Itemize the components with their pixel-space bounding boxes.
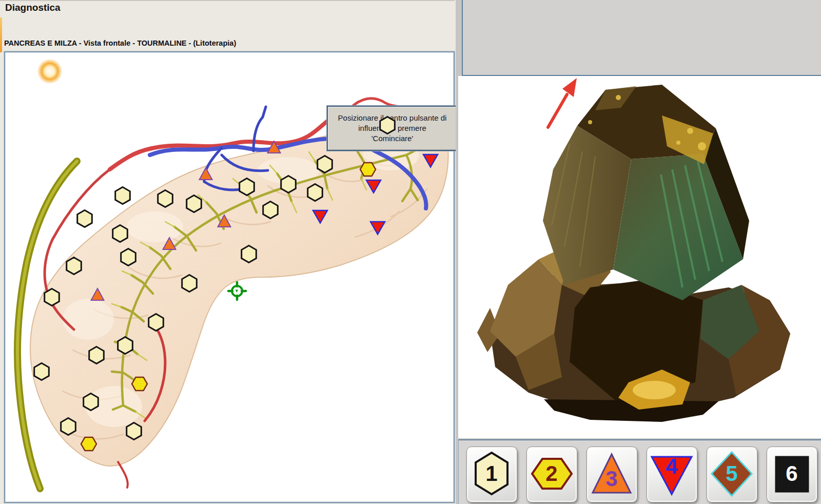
marker-hexagon-1 <box>158 190 173 207</box>
tooltip-line: Posizionare il centro pulsante di <box>338 113 447 123</box>
marker-hexagon-1 <box>61 418 76 435</box>
marker-hexagon-1 <box>187 196 202 212</box>
marker-triangle-3 <box>163 238 176 249</box>
marker-triangle-3 <box>218 215 231 227</box>
marker-hexagon-1 <box>242 246 257 263</box>
marker-hexagon-1 <box>115 187 130 204</box>
legend-number: 6 <box>786 461 797 486</box>
marker-hexagon-1 <box>45 289 60 306</box>
marker-hexagon-1 <box>240 179 255 196</box>
legend-number: 5 <box>726 461 737 486</box>
marker-triangle-3 <box>200 168 212 180</box>
accent-stripe <box>0 17 2 52</box>
legend-button-3[interactable]: 3 <box>587 447 637 502</box>
legend-button-5[interactable]: 5 <box>707 447 757 502</box>
anatomy-canvas[interactable]: Posizionare il centro pulsante di influe… <box>4 51 455 503</box>
marker-hexagon-1 <box>77 210 92 227</box>
pulse-glow-marker <box>34 56 65 87</box>
legend-button-1[interactable]: 1 <box>466 447 517 502</box>
window-top-edge <box>0 0 455 1</box>
marker-hexagon-2 <box>81 437 96 451</box>
marker-hexagon-1 <box>121 249 136 266</box>
legend-shape-triangle-down: 4 <box>647 447 697 502</box>
legend-button-6[interactable]: 6 <box>767 447 817 502</box>
tourmaline-crystal-photo <box>458 76 821 438</box>
therapy-toolbar: Cominciare <box>462 0 821 76</box>
marker-triangle-4 <box>423 154 438 167</box>
instruction-tooltip: Posizionare il centro pulsante di influe… <box>327 106 458 151</box>
marker-hexagon-1 <box>281 176 296 193</box>
marker-hexagon-1 <box>318 156 333 173</box>
marker-hexagon-1 <box>113 225 128 242</box>
marker-hexagon-2 <box>360 163 376 176</box>
legend-number: 4 <box>666 454 678 478</box>
marker-hexagon-1 <box>34 363 49 380</box>
marker-triangle-4 <box>366 180 381 193</box>
legend-number: 1 <box>485 461 497 486</box>
legend-shape-triangle-up: 3 <box>587 447 637 502</box>
tooltip-line: 'Cominciare' <box>372 133 414 144</box>
marker-hexagon-1 <box>84 394 99 411</box>
marker-triangle-3 <box>91 288 104 300</box>
legend-button-2[interactable]: 2 <box>526 447 577 502</box>
marker-hexagon-2 <box>132 377 147 391</box>
tooltip-line: influenza e premere <box>358 123 426 133</box>
marker-hexagon-1 <box>127 423 142 440</box>
page-title: Diagnostica <box>5 2 61 13</box>
legend-button-4[interactable]: 4 <box>647 447 697 502</box>
diagnostica-window: Diagnostica PANCREAS E MILZA - Vista fro… <box>0 0 821 504</box>
annotation-arrow <box>548 78 577 127</box>
legend-shape-square: 6 <box>767 447 817 502</box>
marker-triangle-3 <box>268 141 281 153</box>
marker-triangle-4 <box>313 210 327 223</box>
marker-hexagon-1 <box>67 258 82 275</box>
marker-hexagon-1 <box>118 337 133 354</box>
marker-hexagon-1 <box>149 314 164 331</box>
marker-hexagon-1 <box>308 184 323 201</box>
marker-hexagon-1 <box>182 275 197 292</box>
legend-shape-diamond: 5 <box>707 447 757 502</box>
marker-hexagon-1 <box>263 202 278 219</box>
organ-view-subtitle: PANCREAS E MILZA - Vista frontale - TOUR… <box>4 39 236 47</box>
marker-triangle-4 <box>370 222 385 235</box>
marker-hexagon-1 <box>89 347 104 364</box>
legend-shape-hexagon-pointy: 1 <box>467 447 517 502</box>
legend-number: 2 <box>545 461 557 486</box>
influence-center-target <box>228 282 246 300</box>
remedy-photo-panel <box>458 76 821 438</box>
legend-shape-hexagon-flat: 2 <box>527 447 577 502</box>
legend-number: 3 <box>605 467 617 491</box>
